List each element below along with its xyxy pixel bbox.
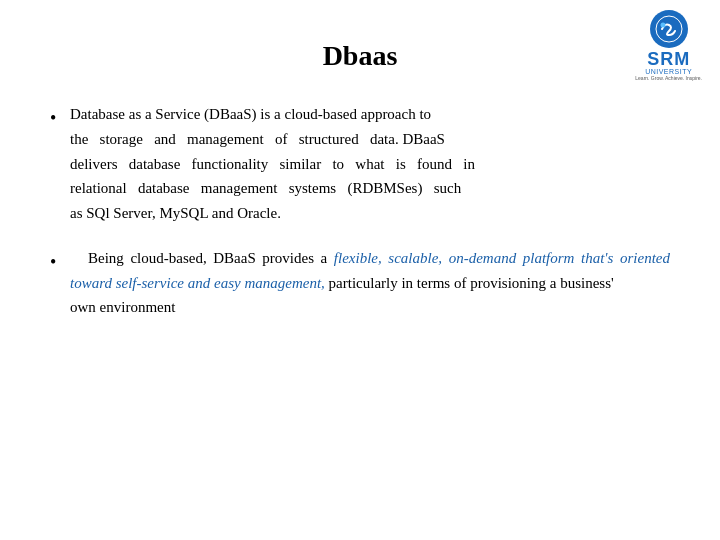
srm-logo: SRM UNIVERSITY Learn. Grow. Achieve. Ins…: [635, 10, 702, 82]
svg-point-1: [660, 23, 665, 28]
bullet-item-2: • Being cloud-based, DBaaS provides a fl…: [50, 246, 670, 320]
slide-title: Dbaas: [50, 40, 670, 72]
logo-srm-text: SRM: [647, 50, 690, 68]
logo-circle: [650, 10, 688, 48]
logo-tagline-text: Learn. Grow. Achieve. Inspire.: [635, 75, 702, 82]
bullet-dot-2: •: [50, 248, 70, 278]
highlight-text: flexible, scalable, on-demand platform t…: [70, 250, 670, 291]
slide: SRM UNIVERSITY Learn. Grow. Achieve. Ins…: [0, 0, 720, 540]
bullet-text-2: Being cloud-based, DBaaS provides a flex…: [70, 246, 670, 320]
bullet-item-1: • Database as a Service (DBaaS) is a clo…: [50, 102, 670, 226]
bullet-text-1: Database as a Service (DBaaS) is a cloud…: [70, 102, 670, 226]
slide-content: • Database as a Service (DBaaS) is a clo…: [50, 102, 670, 320]
logo-icon: [655, 15, 683, 43]
svg-point-0: [656, 16, 682, 42]
bullet-dot-1: •: [50, 104, 70, 134]
logo-university-text: UNIVERSITY: [645, 68, 692, 75]
